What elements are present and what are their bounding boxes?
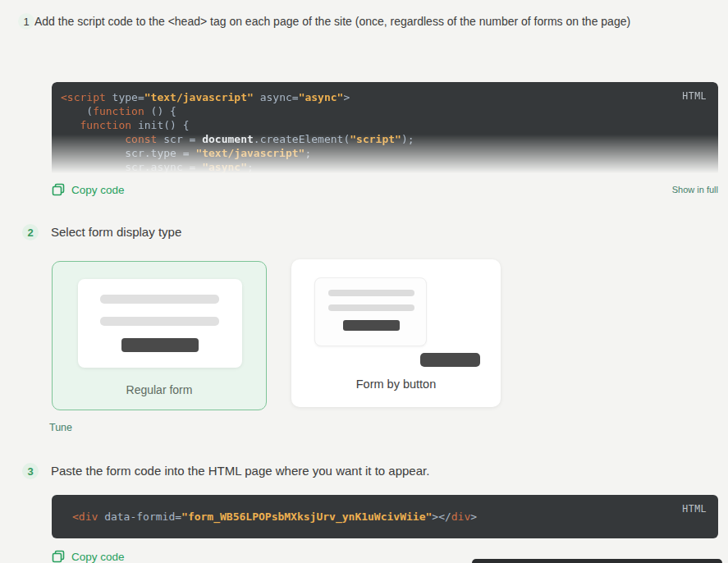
step-1: 1 Add the script code to the <head> tag … [18,13,630,30]
form-embed-code: <div data-formid="form_WB56LPOPsbMXksjUr… [72,510,477,524]
code-block-1-actions: Copy code Show in full [52,181,718,199]
step-1-number: 1 [18,13,34,30]
trigger-button-preview [420,353,480,367]
copy-code-label: Copy code [71,184,125,196]
copy-code-button[interactable]: Copy code [52,183,125,196]
step-3: 3 Paste the form code into the HTML page… [22,463,429,479]
step-2-text: Select form display type [51,224,181,240]
tune-link[interactable]: Tune [49,422,72,433]
copy-code-button[interactable]: Copy code [52,550,125,563]
code-language-label: HTML [682,503,707,515]
option-form-by-button[interactable]: Form by button [291,259,501,407]
form-by-button-preview [314,277,427,346]
step-2-number: 2 [22,224,39,240]
copy-icon [52,550,65,563]
code-language-label: HTML [682,90,707,102]
form-preview-line [100,295,219,304]
step-1-text: Add the script code to the <head> tag on… [34,13,630,30]
form-preview-line [100,317,219,326]
option-regular-form[interactable]: Regular form [52,261,267,410]
form-preview-button [343,320,400,331]
form-embed-code-block: HTML <div data-formid="form_WB56LPOPsbMX… [52,495,718,538]
head-script-code-block: HTML <script type="text/javascript" asyn… [52,82,718,177]
step-3-text: Paste the form code into the HTML page w… [51,463,429,479]
head-script-code: <script type="text/javascript" async="as… [61,90,718,174]
step-2: 2 Select form display type [22,224,181,240]
regular-form-label: Regular form [53,383,266,396]
copy-icon [52,183,65,196]
form-preview-line [328,290,414,296]
embed-form-instructions-page: 1 Add the script code to the <head> tag … [0,0,728,563]
copy-code-label: Copy code [71,551,125,563]
form-preview-button [121,338,199,352]
step-3-number: 3 [22,463,39,479]
bottom-toast-edge [472,559,722,563]
regular-form-preview [78,279,242,368]
show-in-full-link[interactable]: Show in full [672,185,718,195]
form-preview-line [328,304,414,311]
form-by-button-label: Form by button [291,378,501,391]
